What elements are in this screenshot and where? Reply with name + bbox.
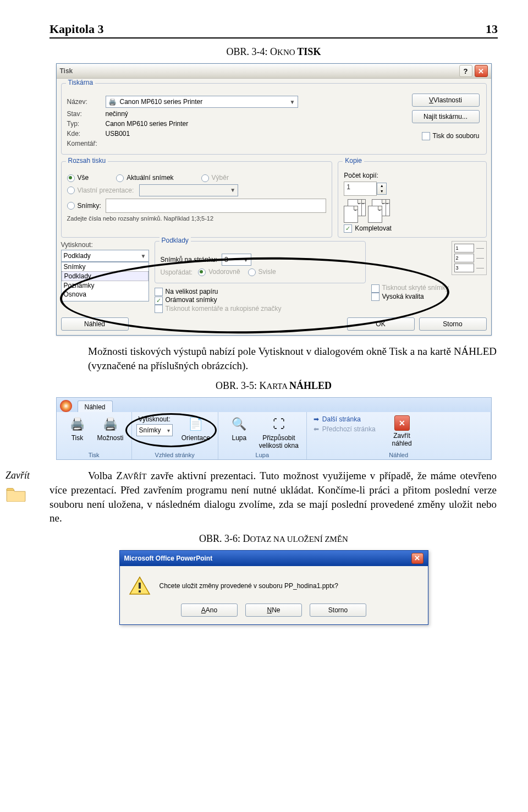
warning-icon bbox=[129, 576, 151, 596]
range-slides-radio[interactable] bbox=[67, 202, 75, 210]
printer-name-select[interactable]: 🖨️ Canon MP610 series Printer ▼ bbox=[106, 96, 298, 108]
frame-slides-label: Orámovat snímky bbox=[166, 296, 217, 304]
print-hidden-label: Tisknout skryté snímky bbox=[382, 284, 449, 292]
range-all-label: Vše bbox=[78, 174, 89, 182]
collate-checkbox[interactable] bbox=[344, 224, 352, 233]
yes-button[interactable]: AAno bbox=[181, 603, 238, 617]
confirm-message: Chcete uložit změny provedené v souboru … bbox=[160, 582, 339, 590]
status-value: nečinný bbox=[106, 110, 128, 118]
svg-rect-0 bbox=[139, 583, 141, 589]
close-icon[interactable]: ✕ bbox=[411, 553, 424, 564]
tab-preview[interactable]: Náhled bbox=[78, 400, 113, 412]
ribbon-orientation-button[interactable]: 📄Orientace bbox=[178, 414, 213, 443]
print-to-file-checkbox[interactable] bbox=[422, 132, 430, 140]
preview-button[interactable]: Náhled bbox=[61, 317, 129, 331]
type-label: Typ: bbox=[67, 120, 106, 128]
ribbon-group-print: Tisk bbox=[61, 451, 127, 458]
collate-preview: 3 2 1 3 2 1 bbox=[344, 199, 480, 221]
chevron-down-icon: ▾ bbox=[167, 427, 170, 434]
slides-input[interactable] bbox=[106, 199, 326, 213]
slides-per-page-label: Snímků na stránku: bbox=[161, 256, 217, 264]
where-label: Kde: bbox=[67, 130, 106, 138]
frame-slides-checkbox[interactable] bbox=[155, 297, 163, 305]
figure-caption-2: OBR. 3-5: KARTA NÁHLED bbox=[50, 380, 498, 392]
slides-hint: Zadejte čísla nebo rozsahy snímků. Napří… bbox=[67, 215, 327, 222]
range-custom-radio bbox=[67, 186, 75, 194]
close-icon[interactable]: ✕ bbox=[475, 65, 488, 77]
range-all-radio[interactable] bbox=[67, 174, 75, 182]
dialog-title: Tisk bbox=[60, 67, 73, 75]
range-custom-label: Vlastní prezentace: bbox=[78, 186, 134, 194]
next-page-link[interactable]: ➡Další stránka bbox=[311, 414, 378, 424]
magnifier-icon: 🔍 bbox=[230, 415, 248, 433]
list-item[interactable]: Snímky bbox=[62, 262, 148, 271]
save-confirm-dialog: Microsoft Office PowerPoint ✕ Chcete ulo… bbox=[119, 550, 428, 625]
ribbon-zoom-button[interactable]: 🔍Lupa bbox=[223, 414, 256, 451]
slides-per-page-select[interactable]: 3▼ bbox=[222, 254, 251, 266]
comment-label: Komentář: bbox=[67, 140, 106, 147]
dialog-titlebar: Tisk ? ✕ bbox=[57, 64, 491, 79]
ribbon-print-what-label: Vytisknout: bbox=[139, 415, 170, 423]
copies-title: Kopie bbox=[343, 157, 364, 164]
copies-spinner[interactable]: ▲▼ bbox=[377, 183, 387, 195]
range-current-label: Aktuální snímek bbox=[127, 174, 173, 182]
print-comments-checkbox bbox=[155, 305, 163, 313]
ribbon-print-what-select[interactable]: Snímky▾ bbox=[136, 424, 173, 436]
ribbon-preview: Náhled 🖨️Tisk 🖨️Možnosti Tisk Vytisknout… bbox=[56, 397, 492, 460]
properties-button[interactable]: VVlastnosti bbox=[412, 94, 480, 107]
ribbon-close-preview-button[interactable]: ✕Zavřít náhled bbox=[386, 414, 419, 448]
print-hidden-checkbox bbox=[371, 284, 380, 293]
office-button-icon[interactable] bbox=[60, 400, 72, 412]
printer-group-title: Tiskárna bbox=[66, 79, 96, 86]
help-icon[interactable]: ? bbox=[459, 65, 472, 77]
print-dialog: Tisk ? ✕ Tiskárna Název: 🖨️ Canon MP610 … bbox=[56, 63, 492, 336]
ribbon-fit-button[interactable]: ⛶Přizpůsobit velikosti okna bbox=[256, 414, 302, 451]
print-to-file-label: Tisk do souboru bbox=[433, 132, 480, 140]
custom-pres-select: ▼ bbox=[139, 184, 238, 196]
ok-button[interactable]: OK bbox=[347, 317, 415, 331]
print-range-group: Rozsah tisku Vše Aktuální snímek Výběr V… bbox=[61, 161, 333, 238]
fit-to-paper-checkbox[interactable] bbox=[155, 288, 163, 296]
copies-label: Počet kopií: bbox=[344, 172, 378, 179]
order-horizontal-radio bbox=[198, 268, 206, 276]
margin-label-close: Zavřít bbox=[6, 470, 30, 481]
find-printer-button[interactable]: Najít tiskárnu... bbox=[412, 110, 480, 123]
ribbon-group-layout: Vzhled stránky bbox=[136, 451, 213, 458]
page-orientation-icon: 📄 bbox=[187, 415, 205, 433]
print-what-label: Vytisknout: bbox=[61, 241, 149, 249]
figure-caption-1: OBR. 3-4: OKNO TISK bbox=[50, 46, 498, 58]
copies-input[interactable]: 1 bbox=[344, 182, 377, 196]
chapter-label: Kapitola 3 bbox=[50, 22, 103, 36]
no-button[interactable]: NNe bbox=[245, 603, 302, 617]
print-what-select[interactable]: Podklady▼ bbox=[61, 250, 149, 262]
handout-preview: 1 2 3 bbox=[452, 241, 487, 275]
ribbon-group-preview: Náhled bbox=[311, 451, 486, 458]
print-comments-label: Tisknout komentáře a rukopisné značky bbox=[166, 305, 282, 312]
range-current-radio[interactable] bbox=[116, 174, 124, 182]
list-item[interactable]: Podklady bbox=[62, 271, 148, 281]
list-item[interactable]: Osnova bbox=[62, 290, 148, 299]
ribbon-group-zoom: Lupa bbox=[223, 451, 302, 458]
page-number: 13 bbox=[486, 22, 498, 36]
high-quality-checkbox[interactable] bbox=[371, 293, 380, 301]
printer-icon: 🖨️ bbox=[108, 98, 117, 106]
order-vertical-radio bbox=[248, 268, 256, 276]
folder-icon bbox=[6, 485, 26, 502]
paragraph-2: Volba ZAVŘÍT zavře aktivní prezentaci. T… bbox=[50, 469, 498, 525]
printer-group: Tiskárna Název: 🖨️ Canon MP610 series Pr… bbox=[61, 83, 487, 155]
svg-rect-1 bbox=[139, 590, 141, 592]
range-selection-radio bbox=[201, 174, 209, 182]
ribbon-options-button[interactable]: 🖨️Možnosti bbox=[94, 414, 127, 443]
status-label: Stav: bbox=[67, 110, 106, 118]
cancel-button[interactable]: Storno bbox=[310, 603, 366, 617]
list-item[interactable]: Poznámky bbox=[62, 281, 148, 290]
cancel-button[interactable]: Storno bbox=[419, 317, 487, 331]
printer-settings-icon: 🖨️ bbox=[102, 415, 119, 433]
range-slides-label: Snímky: bbox=[78, 202, 101, 210]
order-label: Uspořádat: bbox=[161, 268, 193, 276]
ribbon-print-button[interactable]: 🖨️Tisk bbox=[61, 414, 94, 443]
type-value: Canon MP610 series Printer bbox=[106, 120, 189, 128]
print-what-listbox[interactable]: Snímky Podklady Poznámky Osnova bbox=[61, 262, 149, 301]
range-selection-label: Výběr bbox=[212, 174, 229, 182]
print-range-title: Rozsah tisku bbox=[66, 157, 108, 164]
